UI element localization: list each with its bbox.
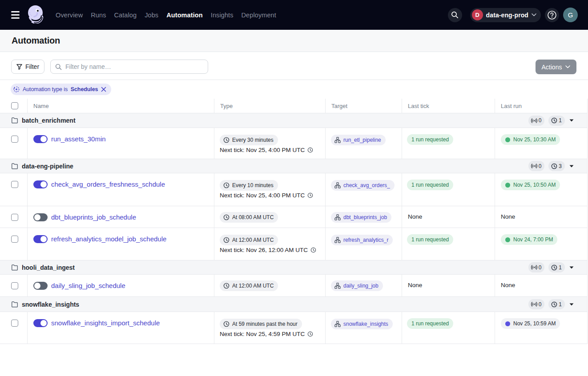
toggle-refresh_analytics_model_job_schedule[interactable] bbox=[33, 235, 48, 243]
toggle-check_avg_orders_freshness_schdule[interactable] bbox=[33, 180, 48, 188]
nav-right: D data-eng-prod G bbox=[448, 0, 578, 30]
workspace-switcher[interactable]: D data-eng-prod bbox=[470, 8, 541, 22]
search-button[interactable] bbox=[448, 8, 462, 22]
select-dbt_blueprints_job_schedule[interactable] bbox=[11, 214, 18, 221]
filter-chip[interactable]: Automation type is Schedules bbox=[11, 84, 111, 95]
applied-filters: Automation type is Schedules bbox=[0, 80, 588, 99]
toggle-snowflake_insights_import_schedule[interactable] bbox=[33, 319, 48, 327]
nav-menu-button[interactable] bbox=[11, 11, 20, 19]
toggle-dbt_blueprints_job_schedule[interactable] bbox=[33, 213, 48, 221]
page-header: Automation bbox=[0, 30, 588, 52]
select-all[interactable] bbox=[11, 102, 18, 109]
user-avatar[interactable]: G bbox=[563, 8, 578, 22]
help-button[interactable] bbox=[545, 8, 559, 22]
select-refresh_analytics_model_job_schedule[interactable] bbox=[11, 236, 18, 243]
nav-links: Overview Runs Catalog Jobs Automation In… bbox=[56, 0, 276, 30]
select-check_avg_orders_freshness_schdule[interactable] bbox=[11, 181, 18, 188]
actions-button[interactable]: Actions bbox=[536, 60, 576, 74]
dagster-logo bbox=[26, 5, 45, 24]
navbar: Overview Runs Catalog Jobs Automation In… bbox=[0, 0, 588, 30]
row-refresh_analytics_model_job_schedule: refresh_analytics_model_job_schedule At … bbox=[0, 228, 588, 260]
group-hooli_data_ingest: hooli_data_ingest 0 1 bbox=[0, 260, 588, 275]
row-daily_sling_job_schedule: daily_sling_job_schedule At 12:00 AM UTC… bbox=[0, 275, 588, 297]
group-data-eng-pipeline: data-eng-pipeline 0 3 bbox=[0, 159, 588, 173]
select-daily_sling_job_schedule[interactable] bbox=[11, 282, 18, 289]
row-dbt_blueprints_job_schedule: dbt_blueprints_job_schedule At 08:00 AM … bbox=[0, 206, 588, 228]
row-snowflake_insights_import_schedule: snowflake_insights_import_schedule At 59… bbox=[0, 312, 588, 344]
group-snowflake_insights: snowflake_insights 0 1 bbox=[0, 297, 588, 312]
toggle-run_assets_30min[interactable] bbox=[33, 135, 48, 143]
row-check_avg_orders_freshness_schdule: check_avg_orders_freshness_schdule Every… bbox=[0, 173, 588, 206]
table-header: Name Type Target Last tick Last run bbox=[0, 99, 588, 113]
filter-input[interactable]: Filter by name… bbox=[50, 60, 208, 74]
filter-button[interactable]: Filter bbox=[11, 60, 44, 74]
automation-table: Name Type Target Last tick Last run batc… bbox=[0, 99, 588, 344]
toggle-daily_sling_job_schedule[interactable] bbox=[33, 282, 48, 290]
row-run_assets_30min: run_assets_30min Every 30 minutes Next t… bbox=[0, 128, 588, 159]
toolbar: Filter Filter by name… Actions bbox=[0, 52, 588, 80]
group-batch_enrichment: batch_enrichment 0 1 bbox=[0, 113, 588, 128]
select-run_assets_30min[interactable] bbox=[11, 136, 18, 143]
select-snowflake_insights_import_schedule[interactable] bbox=[11, 320, 18, 327]
automation-page: Overview Runs Catalog Jobs Automation In… bbox=[0, 0, 588, 376]
